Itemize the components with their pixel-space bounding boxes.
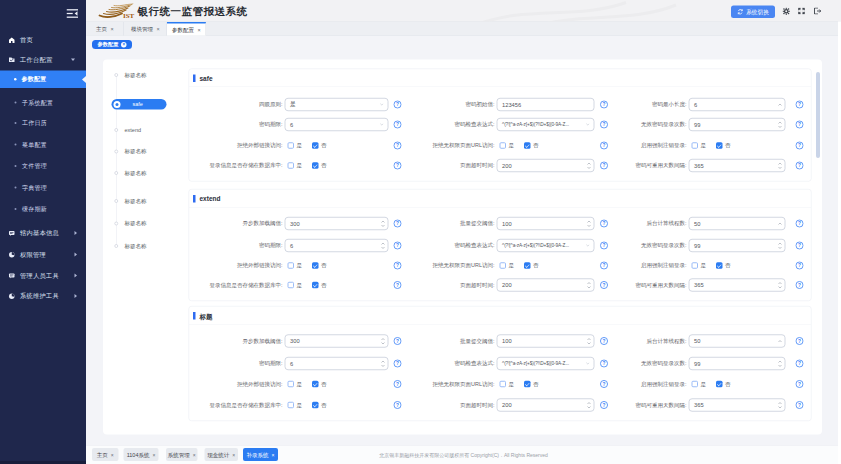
svg-text:?: ? <box>798 102 801 107</box>
svg-text:?: ? <box>798 243 801 248</box>
svg-text:?: ? <box>798 163 801 168</box>
svg-text:?: ? <box>798 339 801 344</box>
svg-text:?: ? <box>798 143 801 148</box>
svg-text:?: ? <box>798 221 801 226</box>
svg-text:?: ? <box>798 122 801 127</box>
svg-text:?: ? <box>798 361 801 366</box>
svg-text:?: ? <box>798 403 801 408</box>
svg-text:?: ? <box>798 382 801 387</box>
svg-text:IST: IST <box>123 12 135 19</box>
svg-text:?: ? <box>798 283 801 288</box>
svg-text:?: ? <box>798 263 801 268</box>
